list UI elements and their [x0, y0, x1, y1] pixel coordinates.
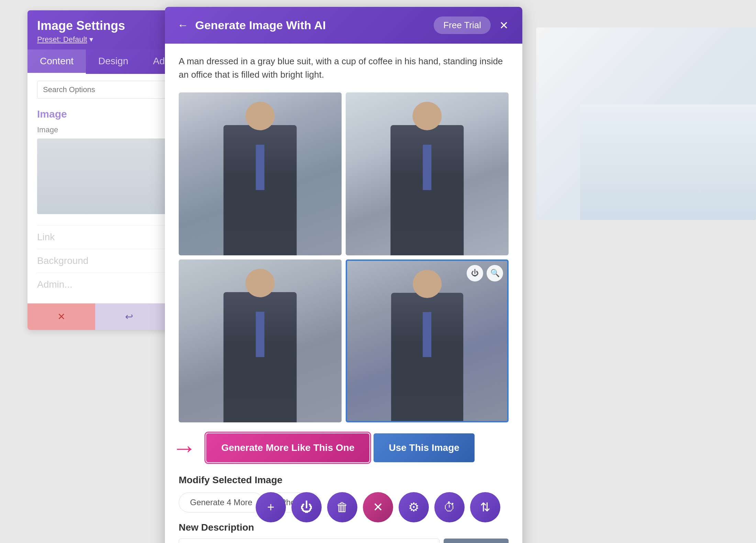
back-arrow-icon[interactable]: ← [177, 19, 188, 32]
power-icon[interactable]: ⏻ [467, 265, 483, 281]
modal-header: ← Generate Image With AI Free Trial ✕ [165, 7, 522, 44]
regenerate-button[interactable]: Regenerate [444, 539, 509, 543]
overlay-icons: ⏻ 🔍 [467, 265, 503, 281]
panel-title: Image Settings [37, 19, 125, 33]
man-figure-1 [223, 125, 297, 255]
bottom-toolbar: + ⏻ 🗑 ✕ ⚙ ⏱ ⇅ [256, 492, 500, 522]
action-row: → Generate More Like This One Use This I… [179, 433, 509, 462]
bg-image-area [536, 27, 756, 220]
trash-button[interactable]: 🗑 [327, 492, 357, 522]
ai-modal: ← Generate Image With AI Free Trial ✕ A … [165, 7, 522, 543]
free-trial-badge[interactable]: Free Trial [434, 16, 491, 34]
timer-button[interactable]: ⏱ [434, 492, 465, 522]
add-button[interactable]: + [256, 492, 286, 522]
modal-body: A man dressed in a gray blue suit, with … [165, 44, 522, 543]
delete-button[interactable]: ✕ [27, 303, 95, 330]
grid-image-3[interactable] [179, 259, 342, 422]
arrow-indicator-icon: → [172, 435, 197, 460]
new-desc-input[interactable] [179, 539, 440, 543]
head-3 [245, 269, 275, 297]
suit-4 [391, 293, 463, 421]
modal-title: Generate Image With AI [195, 19, 326, 32]
new-desc-row: Regenerate [179, 539, 509, 543]
use-image-button[interactable]: Use This Image [374, 433, 474, 462]
man-figure-2 [390, 125, 464, 255]
suit-2 [390, 125, 464, 255]
new-desc-title: New Description [179, 522, 509, 533]
settings-button[interactable]: ⚙ [399, 492, 429, 522]
suit-1 [223, 125, 297, 255]
modal-header-left: ← Generate Image With AI [177, 19, 326, 32]
man-figure-3 [223, 292, 297, 422]
grid-image-1[interactable] [179, 92, 342, 255]
grid-image-4[interactable]: ⏻ 🔍 [346, 259, 509, 422]
image-grid: ⏻ 🔍 [179, 92, 509, 422]
close-button[interactable]: ✕ [498, 19, 510, 32]
tie-3 [256, 312, 265, 357]
generate-more-button[interactable]: Generate More Like This One [206, 433, 369, 462]
tab-content[interactable]: Content [27, 49, 86, 74]
head-4 [413, 270, 442, 298]
tie-4 [423, 312, 431, 357]
power-button[interactable]: ⏻ [291, 492, 322, 522]
head-2 [412, 102, 442, 130]
tie-1 [256, 145, 265, 190]
generate-4more-button[interactable]: Generate 4 More [179, 492, 264, 512]
zoom-icon[interactable]: 🔍 [487, 265, 503, 281]
modal-header-right: Free Trial ✕ [434, 16, 510, 34]
grid-image-2[interactable] [346, 92, 509, 255]
sort-button[interactable]: ⇅ [470, 492, 500, 522]
tab-design[interactable]: Design [86, 49, 141, 74]
suit-3 [223, 292, 297, 422]
head-1 [245, 102, 275, 130]
close-toolbar-button[interactable]: ✕ [363, 492, 393, 522]
tie-2 [423, 145, 432, 190]
prompt-text: A man dressed in a gray blue suit, with … [179, 55, 509, 81]
modify-section-title: Modify Selected Image [179, 475, 509, 486]
undo-button[interactable]: ↩ [95, 303, 163, 330]
man-figure-4 [391, 293, 463, 421]
